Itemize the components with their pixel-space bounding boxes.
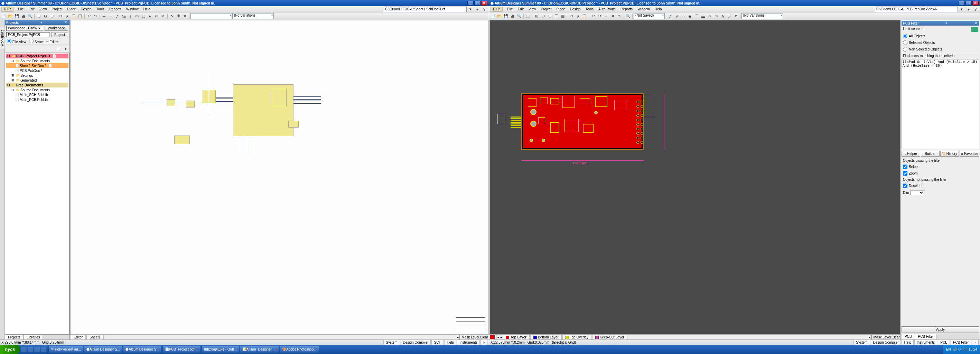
r-help-menu[interactable]: Help	[653, 7, 664, 11]
r-sb-pcbfilter[interactable]: PCB Filter	[951, 340, 971, 345]
sb-sch[interactable]: SCH	[431, 340, 444, 345]
r-save-icon[interactable]: 💾	[503, 13, 509, 19]
fileview-radio[interactable]: File View	[7, 39, 26, 44]
r-design-menu[interactable]: Design	[568, 7, 583, 11]
r-comp-icon[interactable]: ▭	[713, 13, 719, 19]
sb-system[interactable]: System	[383, 340, 399, 345]
favorites-button[interactable]: ★ Favorites	[959, 151, 979, 156]
help-menu[interactable]: Help	[142, 7, 153, 11]
r-mask-level-button[interactable]: Mask Level	[873, 335, 891, 339]
path-help-icon[interactable]: ?	[481, 6, 487, 13]
quicklaunch[interactable]	[20, 344, 48, 354]
zoom-fit-icon[interactable]: ⊞	[36, 13, 42, 19]
zoom-check[interactable]: Zoom	[903, 171, 978, 175]
nonsel-objects-radio[interactable]: Non Selected Objects	[903, 47, 978, 51]
r-paste-icon[interactable]: 📋	[581, 13, 588, 19]
task-1[interactable]: ⬣ Altium Designer S...	[84, 346, 123, 353]
schematic-canvas[interactable]	[70, 20, 488, 334]
print-icon[interactable]: 🖶	[21, 13, 27, 19]
task-5[interactable]: 📝 Altium_Designer_...	[240, 346, 279, 353]
r-edit-menu[interactable]: Edit	[516, 7, 526, 11]
tray-clock[interactable]: 13:24	[969, 348, 977, 351]
system-tray[interactable]: EN 🔊 🛡 🔌 13:24	[943, 344, 980, 354]
builder-button[interactable]: Builder	[921, 151, 940, 156]
paste-icon[interactable]: 📋	[70, 13, 77, 19]
tree-opt1-icon[interactable]: ⊞	[56, 46, 62, 52]
project-button[interactable]: Project	[51, 32, 68, 37]
sheetsym-icon[interactable]: ▢	[140, 13, 146, 19]
scroll-nav-icon[interactable]: ▸│	[457, 335, 461, 339]
r-sb-system[interactable]: System	[853, 340, 870, 345]
workspace-button[interactable]: Workspace	[45, 26, 68, 31]
zoom-select-icon[interactable]: ⊟	[49, 13, 55, 19]
top-layer-tab[interactable]: Top Layer	[503, 335, 530, 340]
r-scroll-nav-icon[interactable]: ▸│	[869, 335, 872, 339]
r-split-icon[interactable]: ▥	[560, 13, 566, 19]
top-overlay-tab[interactable]: Top Overlay	[562, 335, 592, 340]
part-icon[interactable]: ▭	[134, 13, 140, 19]
r-fill-icon[interactable]: ▬	[700, 13, 706, 19]
r-reports-menu[interactable]: Reports	[619, 7, 635, 11]
clear-button[interactable]: Clear	[480, 335, 488, 339]
r-clear-button[interactable]: Clear	[891, 335, 900, 339]
netlabel-icon[interactable]: №	[121, 13, 127, 19]
r-path-go-icon[interactable]: ●	[966, 6, 972, 13]
preview-icon[interactable]: 🔍	[27, 13, 33, 19]
sb-instruments[interactable]: Instruments	[457, 340, 480, 345]
edit-menu[interactable]: Edit	[27, 7, 37, 11]
editor-tab[interactable]: Editor	[70, 335, 86, 340]
history-button[interactable]: 📜 History	[940, 151, 959, 156]
sheetent-icon[interactable]: ▸	[147, 13, 153, 19]
projects-tab[interactable]: Projects	[5, 335, 24, 340]
r-zoom-fit-icon[interactable]: ⊞	[533, 13, 539, 19]
ls-btn-icon[interactable]	[490, 335, 495, 339]
open-icon[interactable]: 📂	[7, 13, 13, 19]
tree-opt2-icon[interactable]: ▾	[62, 46, 69, 52]
sb-designcomp[interactable]: Design Compiler	[401, 340, 431, 345]
path-go-icon[interactable]: ●	[474, 6, 480, 13]
busent-icon[interactable]: ╱	[114, 13, 120, 19]
select-icon[interactable]: ↖	[169, 13, 175, 19]
structed-radio[interactable]: Structure Editor	[29, 39, 59, 44]
r-diff-icon[interactable]: ⫽	[674, 13, 680, 19]
path-dropdown-icon[interactable]: ▾	[467, 6, 474, 13]
r-select-icon[interactable]: ↖	[616, 13, 622, 19]
projects-close-icon[interactable]: ✕	[64, 21, 68, 24]
task-3[interactable]: 📄 PCB_Project.pdf ...	[162, 346, 201, 353]
r-sb-help[interactable]: Help	[902, 340, 914, 345]
dim-select[interactable]	[910, 190, 924, 195]
save-icon[interactable]: 💾	[14, 13, 20, 19]
bus-icon[interactable]: ═	[108, 13, 114, 19]
r-project-menu[interactable]: Project	[539, 7, 554, 11]
file-menu[interactable]: File	[16, 7, 26, 11]
r-dxp-menu[interactable]: DXP	[490, 6, 503, 12]
bottom-layer-tab[interactable]: Bottom Layer	[530, 335, 562, 340]
paste-special-icon[interactable]: 📋	[77, 13, 83, 19]
r-variations-combo[interactable]: [No Variations]	[741, 13, 783, 19]
r-place-menu[interactable]: Place	[554, 7, 567, 11]
view-menu[interactable]: View	[37, 7, 49, 11]
task-4[interactable]: 📧 Входящие - Outl...	[202, 346, 239, 353]
keepout-layer-tab[interactable]: Keep-Out Layer	[592, 335, 627, 340]
select-check[interactable]: Select	[903, 164, 978, 169]
r-sb-more-icon[interactable]: »	[972, 340, 978, 345]
left-layer-combo[interactable]	[191, 13, 232, 19]
reports-menu[interactable]: Reports	[107, 7, 123, 11]
r-open-icon[interactable]: 📂	[496, 13, 503, 19]
r-more-icon[interactable]: ▾	[733, 13, 739, 19]
filter-close-icon[interactable]: ✕	[974, 21, 978, 25]
r-sb-instruments[interactable]: Instruments	[914, 340, 937, 345]
place-menu[interactable]: Place	[65, 7, 78, 11]
r-region-icon[interactable]: ▱	[706, 13, 713, 19]
filter-expr-textarea[interactable]	[902, 59, 979, 149]
project-tree[interactable]: ⊟📁PCB_Project.PrjPCB 📄 ⊟📁Source Document…	[5, 53, 70, 335]
r-print-icon[interactable]: 🖶	[509, 13, 516, 19]
r-preview-icon[interactable]: 🔍	[516, 13, 522, 19]
tray-icons[interactable]: 🔊 🛡 🔌	[953, 348, 967, 351]
r-sb-designcomp[interactable]: Design Compiler	[871, 340, 901, 345]
zoom-area-icon[interactable]: ⊡	[42, 13, 48, 19]
left-variations-combo[interactable]: [No Variations]	[232, 13, 274, 19]
r-sb-pcb[interactable]: PCB	[938, 340, 950, 345]
tools-menu[interactable]: Tools	[94, 7, 107, 11]
r-autoroute-menu[interactable]: Auto Route	[596, 7, 618, 11]
